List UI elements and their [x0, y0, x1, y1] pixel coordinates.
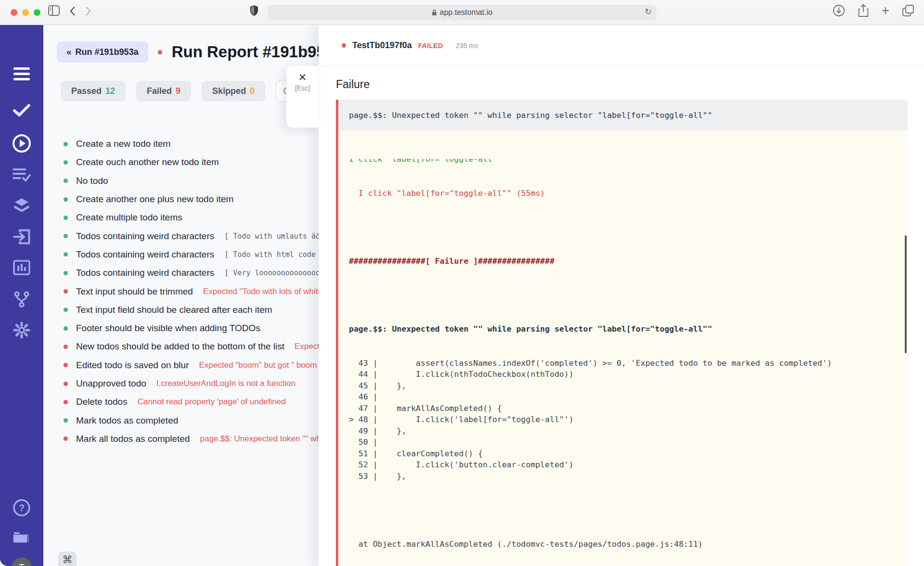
failed-step-line: I click "label[for="toggle-all"" (55ms) [349, 188, 897, 199]
failed-dot [64, 345, 68, 349]
command-shortcut-button[interactable]: ⌘ [58, 552, 77, 566]
test-name: Create ouch another new todo item [76, 157, 219, 167]
import-icon[interactable] [0, 229, 43, 244]
test-plans-icon[interactable] [0, 167, 43, 182]
share-icon[interactable] [858, 4, 869, 17]
back-to-run-label: Run #191b953a [76, 47, 139, 57]
help-icon[interactable]: ? [0, 499, 43, 517]
projects-folder-icon[interactable] [0, 528, 43, 544]
at-line: at Object.markAllAsCompleted (./todomvc-… [349, 539, 897, 550]
clipped-green-step: I click "label[for="toggle-all"" [349, 159, 897, 165]
test-detail-header: TestTb0197f0a FAILED 235 ms [319, 25, 924, 66]
settings-gear-icon[interactable] [0, 322, 43, 339]
close-window-button[interactable] [11, 9, 17, 16]
test-row[interactable]: Todos containing weird characters[ Very … [43, 264, 319, 282]
test-name: Delete todos [76, 397, 128, 407]
test-name: Create a new todo item [76, 139, 170, 149]
test-name: Create another one plus new todo item [76, 194, 233, 205]
test-row[interactable]: Text input field should be cleared after… [43, 301, 319, 319]
failed-label: Failed [147, 86, 172, 96]
test-note: Expected "boom" but got " boom " [199, 360, 320, 370]
test-row[interactable]: Delete todosCannot read property 'page' … [43, 393, 319, 411]
test-row[interactable]: Todos containing weird characters[ Todo … [43, 245, 319, 264]
test-status-dot [342, 43, 346, 48]
zoom-window-button[interactable] [34, 9, 40, 16]
tests-check-icon[interactable] [0, 104, 43, 116]
test-note: [ Todo with html code <scr [224, 250, 319, 259]
passed-dot [64, 179, 68, 183]
test-row[interactable]: Footer should be visible when adding TOD… [43, 319, 319, 337]
test-name: Todos containing weird characters [76, 268, 214, 278]
minimize-window-button[interactable] [22, 9, 29, 16]
passed-label: Passed [71, 86, 102, 96]
failure-heading: Failure [336, 78, 908, 91]
test-note: [ Todo with umlauts äöü,is [224, 232, 319, 241]
tab-overview-icon[interactable] [902, 4, 914, 17]
app-sidebar: ? T [0, 25, 43, 566]
new-tab-icon[interactable]: + [882, 4, 889, 17]
downloads-icon[interactable] [833, 4, 845, 17]
failed-dot [64, 382, 68, 386]
sidebar-toggle-icon[interactable] [48, 5, 60, 16]
test-list: Create a new todo itemCreate ouch anothe… [43, 135, 319, 452]
test-id[interactable]: TestTb0197f0a [352, 40, 412, 51]
failure-banner: ################[ Failure ]#############… [349, 256, 897, 267]
avatar-initial: T [19, 562, 25, 566]
analytics-icon[interactable] [0, 260, 43, 275]
test-note: Expected "Todo with lots of whitesp [203, 287, 319, 296]
status-badge: FAILED [418, 42, 443, 50]
failed-dot [64, 363, 68, 367]
error-summary: page.$$: Unexpected token "" while parsi… [338, 100, 908, 130]
test-row[interactable]: Create multiple todo items [43, 208, 319, 227]
test-name: Text input should be trimmed [76, 286, 193, 297]
runs-play-icon[interactable] [0, 134, 43, 153]
test-name: Unapproved todo [76, 378, 146, 389]
test-row[interactable]: Create a new todo item [43, 135, 319, 153]
filter-skipped[interactable]: Skipped 0 [202, 81, 265, 102]
test-row[interactable]: New todos should be added to the bottom … [43, 337, 319, 356]
close-icon[interactable]: ✕ [286, 72, 319, 83]
url-bar[interactable]: app.testomat.io ↻ [268, 5, 656, 20]
test-row[interactable]: Unapproved todoI.createUserAndLogIn is n… [43, 374, 319, 393]
passed-dot [64, 326, 68, 331]
close-panel-card[interactable]: ✕ [Esc] [286, 66, 319, 128]
test-note: Expected [295, 342, 319, 351]
test-row[interactable]: Unmark completed todos [43, 448, 319, 452]
passed-dot [64, 234, 68, 238]
test-name: Mark all todos as completed [76, 434, 190, 444]
test-row[interactable]: Create another one plus new todo item [43, 190, 319, 208]
menu-icon[interactable] [0, 67, 43, 81]
error-body[interactable]: I click "label[for="toggle-all"" I click… [338, 130, 908, 566]
test-row[interactable]: Text input should be trimmedExpected "To… [43, 282, 319, 300]
passed-dot [64, 160, 68, 165]
back-to-run-button[interactable]: « Run #191b953a [57, 41, 148, 63]
test-name: Create multiple todo items [76, 212, 182, 223]
test-row[interactable]: Todos containing weird characters[ Todo … [43, 227, 319, 245]
privacy-shield-icon[interactable] [249, 5, 259, 16]
back-button[interactable] [69, 6, 75, 16]
test-name: Edited todo is saved on blur [76, 360, 189, 371]
test-row[interactable]: Create ouch another new todo item [43, 153, 319, 171]
test-row[interactable]: Mark todos as completed [43, 411, 319, 429]
suites-layers-icon[interactable] [0, 197, 43, 213]
test-note: I.createUserAndLogIn is not a function [156, 379, 295, 388]
error-card: page.$$: Unexpected token "" while parsi… [336, 100, 908, 566]
url-text: app.testomat.io [440, 8, 492, 17]
test-name: New todos should be added to the bottom … [76, 341, 284, 352]
filter-failed[interactable]: Failed 9 [136, 81, 191, 102]
test-row[interactable]: No todo [43, 172, 319, 190]
test-row[interactable]: Mark all todos as completedpage.$$: Unex… [43, 430, 319, 448]
test-name: No todo [76, 176, 108, 186]
scrollbar-thumb[interactable] [905, 235, 907, 353]
branches-icon[interactable] [0, 291, 43, 308]
failed-dot [64, 400, 68, 404]
passed-dot [64, 418, 68, 423]
passed-dot [64, 197, 68, 202]
filter-passed[interactable]: Passed 12 [61, 81, 126, 102]
test-name: Footer should be visible when adding TOD… [76, 323, 260, 334]
user-avatar[interactable]: T [0, 557, 43, 566]
forward-button[interactable] [86, 6, 91, 16]
reload-icon[interactable]: ↻ [645, 7, 652, 17]
passed-dot [64, 271, 68, 275]
test-row[interactable]: Edited todo is saved on blurExpected "bo… [43, 356, 319, 374]
